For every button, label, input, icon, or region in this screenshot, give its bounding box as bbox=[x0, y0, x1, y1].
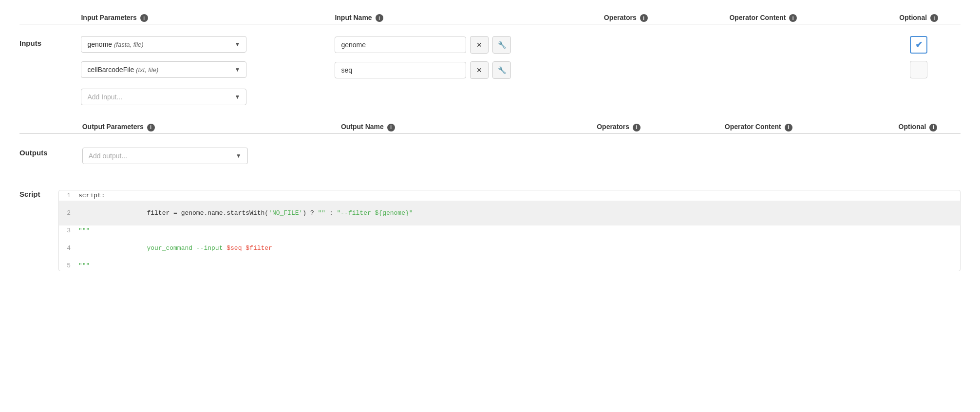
code-line-5: 5 """ bbox=[59, 261, 960, 271]
code-line-3: 3 """ bbox=[59, 225, 960, 236]
line-num-5: 5 bbox=[59, 262, 78, 269]
optional-header: Optional i bbox=[877, 10, 961, 24]
operators-header: Operators i bbox=[598, 10, 724, 24]
code-part-2e: : bbox=[325, 209, 337, 217]
line-num-4: 4 bbox=[59, 244, 78, 252]
input-parameter-dropdown-2[interactable]: cellBarcodeFile (txt, file) ▼ bbox=[81, 61, 246, 78]
output-operator-content-header: Operator Content i bbox=[719, 119, 875, 133]
code-line-1: 1 script: bbox=[59, 190, 960, 201]
input-parameter-cell-1: genome (fasta, file) ▼ bbox=[75, 32, 329, 57]
output-parameters-header: Output Parameters i bbox=[76, 119, 335, 133]
operator-content-info-icon[interactable]: i bbox=[789, 14, 797, 22]
code-part-2f: "--filter ${genome}" bbox=[337, 209, 413, 217]
operator-content-cell-1 bbox=[723, 32, 877, 57]
optional-checkbox-1[interactable]: ✔ bbox=[910, 36, 927, 54]
input-parameter-cell-2: cellBarcodeFile (txt, file) ▼ bbox=[75, 57, 329, 83]
param-label-1: genome bbox=[87, 40, 112, 48]
add-output-arrow: ▼ bbox=[236, 152, 242, 159]
param-detail-1: (fasta, file) bbox=[114, 41, 144, 48]
add-output-dropdown[interactable]: Add output... ▼ bbox=[82, 148, 248, 164]
output-operators-header: Operators i bbox=[591, 119, 719, 133]
input-parameters-info-icon[interactable]: i bbox=[140, 14, 148, 22]
code-part-4d: $filter bbox=[245, 244, 272, 252]
input-name-cell-1: ✕ 🔧 bbox=[329, 32, 598, 57]
checkmark-1: ✔ bbox=[915, 39, 923, 50]
code-content-2: filter = genome.name.startsWith('NO_FILE… bbox=[78, 202, 960, 224]
optional-checkbox-2[interactable] bbox=[910, 61, 927, 78]
script-row: Script 1 script: 2 bbox=[19, 186, 961, 275]
remove-input-2-button[interactable]: ✕ bbox=[470, 61, 489, 79]
line-num-2: 2 bbox=[59, 209, 78, 217]
param-detail-2: (txt, file) bbox=[136, 66, 158, 74]
line-num-1: 1 bbox=[59, 192, 78, 199]
operators-info-icon[interactable]: i bbox=[640, 14, 648, 22]
operators-cell-2 bbox=[598, 57, 724, 83]
code-line-4: 4 your_command --input $seq $filter bbox=[59, 236, 960, 261]
input-name-field-2[interactable] bbox=[335, 62, 466, 78]
inputs-label: Inputs bbox=[19, 32, 75, 109]
add-input-row: Add Input... ▼ bbox=[19, 83, 961, 109]
code-content-4: your_command --input $seq $filter bbox=[78, 237, 960, 259]
add-input-placeholder: Add Input... bbox=[87, 93, 122, 101]
script-label: Script bbox=[19, 186, 58, 275]
operator-content-cell-2 bbox=[723, 57, 877, 83]
wrench-input-1-button[interactable]: 🔧 bbox=[492, 36, 511, 54]
input-name-cell-2: ✕ 🔧 bbox=[329, 57, 598, 83]
input-name-field-1[interactable] bbox=[335, 37, 466, 53]
operators-cell-1 bbox=[598, 32, 724, 57]
operator-content-header: Operator Content i bbox=[723, 10, 877, 24]
code-part-2d: "" bbox=[318, 209, 326, 217]
optional-info-icon[interactable]: i bbox=[930, 14, 938, 22]
add-input-dropdown[interactable]: Add Input... ▼ bbox=[81, 89, 246, 105]
add-input-arrow: ▼ bbox=[235, 94, 241, 100]
input-parameter-dropdown-1[interactable]: genome (fasta, file) ▼ bbox=[81, 36, 246, 53]
output-optional-header: Optional i bbox=[875, 119, 961, 133]
input-name-header: Input Name i bbox=[329, 10, 598, 24]
code-part-2c: ) ? bbox=[302, 209, 318, 217]
wrench-input-2-button[interactable]: 🔧 bbox=[492, 61, 511, 79]
output-operators-info-icon[interactable]: i bbox=[633, 124, 641, 131]
output-name-info-icon[interactable]: i bbox=[387, 124, 395, 131]
code-content-5: """ bbox=[78, 262, 960, 269]
add-output-placeholder: Add output... bbox=[89, 152, 127, 160]
code-content-3: """ bbox=[78, 227, 960, 234]
dropdown-arrow-1: ▼ bbox=[235, 41, 241, 48]
dropdown-arrow-2: ▼ bbox=[235, 66, 241, 73]
code-line-2: 2 filter = genome.name.startsWith('NO_FI… bbox=[59, 201, 960, 225]
input-parameters-header: Input Parameters i bbox=[75, 10, 329, 24]
output-optional-info-icon[interactable]: i bbox=[929, 124, 937, 131]
input-row-1: Inputs genome (fasta, file) ▼ bbox=[19, 32, 961, 57]
input-row-2: cellBarcodeFile (txt, file) ▼ ✕ 🔧 bbox=[19, 57, 961, 83]
code-part-2b: 'NO_FILE' bbox=[268, 209, 302, 217]
code-part-4a: your_command --input bbox=[147, 244, 226, 252]
code-content-1: script: bbox=[78, 192, 960, 199]
output-parameters-info-icon[interactable]: i bbox=[147, 124, 155, 131]
optional-cell-1: ✔ bbox=[877, 32, 961, 57]
input-name-info-icon[interactable]: i bbox=[376, 14, 383, 22]
script-code-block: 1 script: 2 filter = genome.name.startsW… bbox=[58, 190, 961, 271]
param-label-2: cellBarcodeFile bbox=[87, 66, 134, 74]
optional-cell-2 bbox=[877, 57, 961, 83]
add-output-cell: Add output... ▼ bbox=[76, 142, 335, 168]
output-operator-content-info-icon[interactable]: i bbox=[785, 124, 792, 131]
output-name-header: Output Name i bbox=[335, 119, 591, 133]
line-num-3: 3 bbox=[59, 227, 78, 234]
code-part-2a: filter = genome.name.startsWith( bbox=[147, 209, 268, 217]
remove-input-1-button[interactable]: ✕ bbox=[470, 36, 489, 54]
add-input-cell: Add Input... ▼ bbox=[75, 83, 329, 109]
outputs-row: Outputs Add output... ▼ bbox=[19, 142, 961, 168]
code-part-4b: $seq bbox=[226, 244, 242, 252]
outputs-label: Outputs bbox=[19, 142, 76, 168]
